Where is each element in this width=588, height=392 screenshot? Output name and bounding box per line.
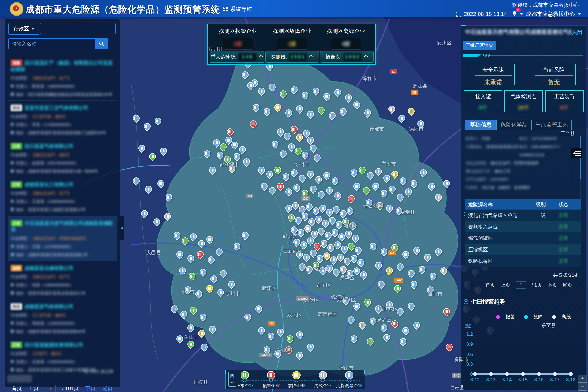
map-pin-normal[interactable] bbox=[180, 236, 190, 246]
map-pin-no-detector[interactable] bbox=[189, 232, 198, 241]
map-pin-no-detector[interactable] bbox=[206, 255, 216, 265]
map-pin-no-detector[interactable] bbox=[306, 109, 315, 119]
chart-legend-item[interactable]: 离线 bbox=[548, 314, 571, 320]
map-pin-no-detector[interactable] bbox=[349, 334, 359, 344]
map-pin-no-detector[interactable] bbox=[306, 169, 315, 179]
map-pin-alarm[interactable] bbox=[442, 307, 451, 316]
map-pin-no-detector[interactable] bbox=[131, 114, 141, 123]
page-last-button[interactable]: 尾页 bbox=[102, 385, 113, 392]
chart-legend-item[interactable]: 故障 bbox=[520, 314, 543, 320]
panel-expand-icon[interactable] bbox=[571, 148, 582, 158]
map-pin-no-detector[interactable] bbox=[313, 153, 322, 163]
map-pin-no-detector[interactable] bbox=[131, 176, 141, 186]
map-pin-no-detector[interactable] bbox=[254, 304, 264, 314]
tab-basic-info[interactable]: 基础信息 bbox=[465, 120, 496, 130]
map-pin-no-detector[interactable] bbox=[412, 246, 421, 255]
map-pin-no-detector[interactable] bbox=[257, 326, 266, 335]
map-pin-fault[interactable] bbox=[197, 329, 206, 338]
map-pin-no-detector[interactable] bbox=[262, 107, 272, 116]
map-pin-alarm[interactable] bbox=[249, 119, 258, 128]
map-pin-no-detector[interactable] bbox=[308, 143, 318, 153]
map-pin-no-detector[interactable] bbox=[242, 157, 251, 167]
map-pin-no-detector[interactable] bbox=[397, 114, 406, 123]
map-pin-no-detector[interactable] bbox=[376, 280, 386, 289]
map-pin-no-detector[interactable] bbox=[366, 171, 375, 180]
map-pin-no-detector[interactable] bbox=[153, 116, 163, 126]
map-pin-no-detector[interactable] bbox=[374, 167, 383, 176]
map-pin-no-detector[interactable] bbox=[409, 179, 419, 188]
fullscreen-icon[interactable] bbox=[456, 12, 461, 17]
map-pin-no-detector[interactable] bbox=[243, 312, 253, 322]
map-pin-no-detector[interactable] bbox=[374, 261, 383, 270]
map-pin-offline[interactable] bbox=[227, 164, 237, 173]
map-pin-no-detector[interactable] bbox=[198, 267, 208, 277]
page-number-input[interactable]: 1 bbox=[45, 385, 56, 392]
map-pin-no-detector[interactable] bbox=[240, 70, 250, 79]
map-pin-no-detector[interactable] bbox=[215, 247, 224, 256]
map-pin-no-detector[interactable] bbox=[341, 296, 351, 305]
search-input[interactable]: 请输入名称 bbox=[8, 38, 95, 49]
map-pin-no-detector[interactable] bbox=[208, 324, 217, 334]
map-pin-no-detector[interactable] bbox=[268, 186, 277, 195]
map-pin-alarm[interactable] bbox=[195, 250, 205, 259]
hazard-table-row[interactable]: 压缩机区正常 bbox=[465, 244, 581, 255]
hazard-table-row[interactable]: 液化石油气储罐区单元一级正常 bbox=[465, 209, 581, 221]
map-pin-no-detector[interactable] bbox=[178, 266, 187, 275]
map-pin-no-detector[interactable] bbox=[419, 168, 428, 177]
page-last-button[interactable]: 尾页 bbox=[563, 282, 572, 288]
map-pin-no-detector[interactable] bbox=[417, 265, 427, 274]
map-pin-no-detector[interactable] bbox=[322, 92, 332, 101]
map-pin-no-detector[interactable] bbox=[398, 176, 408, 186]
page-prev-button[interactable]: 上页 bbox=[501, 282, 510, 288]
map-pin-normal[interactable] bbox=[223, 154, 232, 164]
map-pin-no-detector[interactable] bbox=[205, 235, 215, 244]
map-pin-alarm[interactable] bbox=[390, 319, 400, 329]
page-prev-button[interactable]: 上页 bbox=[28, 385, 39, 392]
map-pin-no-detector[interactable] bbox=[351, 233, 360, 243]
map-pin-no-detector[interactable] bbox=[423, 252, 432, 262]
map-pin-no-detector[interactable] bbox=[382, 333, 391, 342]
map-pin-no-detector[interactable] bbox=[238, 145, 247, 154]
zoom-in-button[interactable]: + bbox=[578, 375, 587, 383]
map-pin-no-detector[interactable] bbox=[281, 172, 291, 182]
tab-hazard-chemicals[interactable]: 危险化学品 bbox=[496, 120, 532, 130]
map-pin-no-detector[interactable] bbox=[374, 304, 383, 314]
map-pin-normal[interactable] bbox=[357, 165, 367, 175]
org-dropdown[interactable]: 成都市应急救援中心 bbox=[526, 10, 575, 18]
page-first-button[interactable]: 首页 bbox=[485, 282, 495, 288]
map-pin-normal[interactable] bbox=[186, 339, 195, 349]
map-pin-no-detector[interactable] bbox=[352, 100, 362, 109]
map-pin-no-detector[interactable] bbox=[317, 190, 326, 199]
map-pin-no-detector[interactable] bbox=[284, 108, 293, 118]
map-pin-no-detector[interactable] bbox=[186, 254, 195, 263]
map-pin-fault[interactable] bbox=[273, 103, 283, 112]
map-pin-no-detector[interactable] bbox=[333, 88, 342, 97]
map-pin-no-detector[interactable] bbox=[273, 349, 283, 359]
company-list-item[interactable]: 正常四川某某气体有限公司行业类型：【液化石油气 - 储存】负责人：赵某某（028… bbox=[8, 139, 117, 177]
map-pin-no-detector[interactable] bbox=[364, 198, 374, 207]
map-pin-no-detector[interactable] bbox=[344, 93, 353, 103]
map-pin-no-detector[interactable] bbox=[159, 146, 168, 156]
map-pin-no-detector[interactable] bbox=[379, 323, 389, 333]
map-pin-normal[interactable] bbox=[278, 89, 288, 99]
page-first-button[interactable]: 首页 bbox=[11, 385, 22, 392]
map-pin-no-detector[interactable] bbox=[387, 184, 397, 194]
map-pin-no-detector[interactable] bbox=[202, 149, 212, 158]
map-pin-no-detector[interactable] bbox=[200, 342, 209, 352]
map-pin-alarm[interactable] bbox=[284, 345, 293, 354]
map-pin-no-detector[interactable] bbox=[347, 315, 356, 324]
map-pin-normal[interactable] bbox=[317, 105, 326, 115]
region-value-input[interactable] bbox=[40, 23, 116, 34]
map-pin-no-detector[interactable] bbox=[349, 168, 359, 177]
company-list-item[interactable]: 故障成都某某仓储有限公司行业类型：【液化石油气 - 生产】负责人：张某（1380… bbox=[8, 261, 117, 299]
map-pin-no-detector[interactable] bbox=[406, 301, 416, 311]
map-pin-no-detector[interactable] bbox=[338, 107, 348, 116]
map-pin-no-detector[interactable] bbox=[137, 143, 146, 153]
map-pin-no-detector[interactable] bbox=[257, 86, 266, 96]
map-pin-no-detector[interactable] bbox=[385, 203, 394, 213]
map-pin-no-detector[interactable] bbox=[404, 187, 413, 197]
map-pin-no-detector[interactable] bbox=[142, 122, 152, 131]
map-pin-no-detector[interactable] bbox=[314, 175, 323, 184]
map-pin-no-detector[interactable] bbox=[368, 241, 378, 251]
map-pin-no-detector[interactable] bbox=[308, 184, 318, 194]
